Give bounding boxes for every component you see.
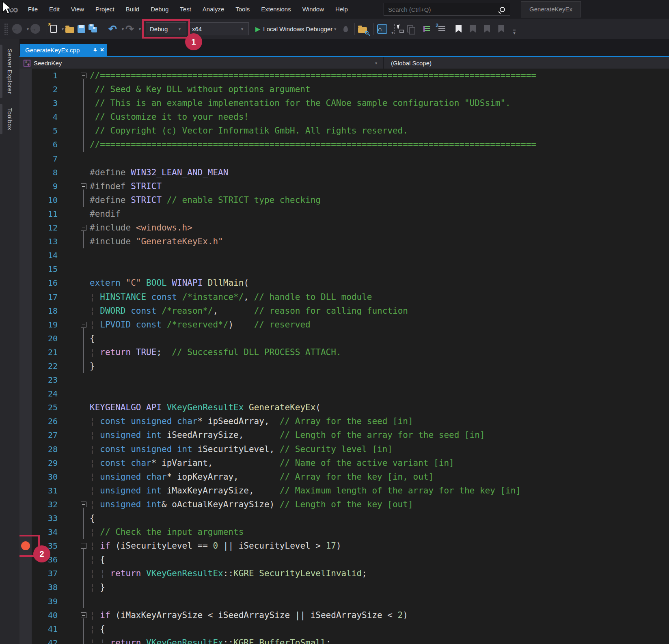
breakpoint-margin[interactable] (19, 304, 32, 318)
breakpoint-margin[interactable] (19, 110, 32, 124)
toolbar-overflow-icon[interactable]: ▾ (513, 30, 516, 35)
code-text[interactable]: ¦ } (90, 580, 105, 594)
code-text[interactable]: // Copyright (c) Vector Informatik GmbH.… (90, 124, 408, 138)
code-text[interactable]: { (90, 511, 95, 525)
pin-icon[interactable] (93, 47, 98, 53)
breakpoint-margin[interactable] (19, 636, 32, 644)
toolbar-grip-icon[interactable] (4, 23, 8, 34)
breakpoint-margin[interactable] (19, 553, 32, 566)
breakpoint-margin[interactable] (19, 207, 32, 221)
menu-item-extensions[interactable]: Extensions (255, 0, 296, 19)
code-text[interactable]: ¦ unsigned int iMaxKeyArraySize, // Maxi… (90, 484, 521, 498)
home-icon[interactable]: ⌂ (377, 24, 387, 34)
toggle-bookmark-icon[interactable] (455, 25, 462, 33)
search-box[interactable] (384, 3, 510, 16)
undo-dropdown-icon[interactable]: ▾ (122, 27, 124, 31)
menu-item-analyze[interactable]: Analyze (197, 0, 230, 19)
breakpoint-margin[interactable] (19, 152, 32, 166)
breakpoint-margin[interactable] (19, 345, 32, 359)
breakpoint-margin[interactable] (19, 179, 32, 193)
menu-item-view[interactable]: View (65, 0, 90, 19)
collapse-icon[interactable] (81, 502, 86, 507)
breakpoint-margin[interactable] (19, 456, 32, 470)
project-type-dropdown[interactable]: SeednKey ▾ (19, 57, 384, 69)
collapse-icon[interactable] (81, 183, 86, 189)
breakpoint-margin[interactable]: 2 (19, 539, 32, 553)
code-text[interactable]: ¦ { (90, 622, 105, 636)
breakpoint-margin[interactable] (19, 96, 32, 110)
undo-icon[interactable]: ↶ (108, 24, 117, 34)
breakpoint-margin[interactable] (19, 124, 32, 138)
start-debugging-button[interactable]: ▶ Local Windows Debugger ▾ (255, 25, 338, 33)
breakpoint-margin[interactable] (19, 442, 32, 456)
breakpoint-margin[interactable] (19, 580, 32, 594)
breakpoint-margin[interactable] (19, 290, 32, 304)
menu-item-window[interactable]: Window (297, 0, 330, 19)
breakpoint-margin[interactable] (19, 262, 32, 276)
collapse-icon[interactable] (81, 612, 86, 618)
breakpoint-margin[interactable] (19, 69, 32, 82)
code-text[interactable]: KEYGENALGO_API VKeyGenResultEx GenerateK… (90, 401, 321, 414)
format-document-icon[interactable]: 2 (438, 26, 445, 32)
code-text[interactable]: //======================================… (90, 69, 536, 82)
breakpoint-margin[interactable] (19, 332, 32, 345)
hot-reload-icon[interactable] (343, 26, 348, 32)
previous-bookmark-icon[interactable] (470, 25, 476, 33)
code-text[interactable]: ¦ ¦ return VKeyGenResultEx::KGRE_BufferT… (90, 636, 331, 644)
menu-item-test[interactable]: Test (174, 0, 197, 19)
open-file-icon[interactable] (65, 27, 74, 33)
home-dropdown-icon[interactable]: ▾ (391, 30, 393, 35)
code-text[interactable]: // Customize it to your needs! (90, 110, 249, 124)
breakpoint-margin[interactable] (19, 359, 32, 373)
breakpoint-margin[interactable] (19, 318, 32, 332)
code-text[interactable]: #ifndef STRICT (90, 179, 162, 193)
code-text[interactable]: ¦ LPVOID const /*reserved*/) // reserved (90, 318, 311, 332)
navigate-forward-icon[interactable]: → (30, 24, 40, 34)
breakpoint-margin[interactable] (19, 193, 32, 207)
collapse-icon[interactable] (81, 322, 86, 327)
clear-bookmarks-icon[interactable] (498, 25, 504, 33)
breakpoint-margin[interactable] (19, 138, 32, 151)
code-text[interactable]: extern "C" BOOL WINAPI DllMain( (90, 276, 249, 290)
code-text[interactable]: ¦ if (iMaxKeyArraySize < iSeedArraySize … (90, 608, 408, 622)
breakpoint-margin[interactable] (19, 622, 32, 636)
find-in-files-icon[interactable] (358, 27, 367, 33)
code-text[interactable]: ¦ unsigned int& oActualKeyArraySize) // … (90, 498, 413, 511)
solution-platform-dropdown[interactable]: x64 ▾ (188, 22, 249, 35)
breakpoint-margin[interactable] (19, 525, 32, 539)
breakpoint-margin[interactable] (19, 484, 32, 498)
save-icon[interactable] (78, 25, 85, 33)
breakpoint-margin[interactable] (19, 594, 32, 608)
breakpoint-margin[interactable] (19, 235, 32, 248)
breakpoint-margin[interactable] (19, 511, 32, 525)
redo-icon[interactable]: ↷ (125, 24, 134, 34)
code-editor[interactable]: 1//=====================================… (19, 69, 669, 644)
breakpoint-margin[interactable] (19, 414, 32, 428)
breakpoint-margin[interactable] (19, 166, 32, 179)
navigate-back-icon[interactable]: ← (12, 24, 22, 34)
code-text[interactable]: ¦ // Check the input arguments (90, 525, 244, 539)
collapse-icon[interactable] (81, 225, 86, 230)
breakpoint-margin[interactable] (19, 401, 32, 414)
new-file-icon[interactable]: * (50, 25, 57, 33)
menu-item-build[interactable]: Build (120, 0, 145, 19)
code-text[interactable]: #include <windows.h> (90, 221, 192, 235)
code-text[interactable]: { (90, 332, 95, 345)
new-file-dropdown-icon[interactable]: ▾ (62, 27, 64, 31)
breakpoint-margin[interactable] (19, 221, 32, 235)
code-text[interactable]: ¦ return TRUE; // Successful DLL_PROCESS… (90, 345, 341, 359)
menu-item-file[interactable]: File (22, 0, 43, 19)
code-text[interactable]: ¦ unsigned int iSeedArraySize, // Length… (90, 428, 485, 442)
solution-configuration-dropdown[interactable]: Debug ▾ 1 (146, 22, 186, 35)
code-text[interactable]: ¦ const unsigned int iSecurityLevel, // … (90, 442, 393, 456)
code-text[interactable]: ¦ DWORD const /*reason*/, // reason for … (90, 304, 408, 318)
code-text[interactable]: //======================================… (90, 138, 536, 151)
collapse-icon[interactable] (81, 543, 86, 549)
solution-name-badge[interactable]: GenerateKeyEx (521, 1, 581, 17)
code-text[interactable]: // Seed & Key DLL without options argume… (90, 82, 311, 96)
box-selection-icon[interactable] (394, 24, 404, 34)
code-text[interactable]: ¦ if (iSecurityLevel == 0 || iSecurityLe… (90, 539, 341, 553)
code-text[interactable]: ¦ unsigned char* iopKeyArray, // Array f… (90, 470, 434, 484)
search-input[interactable] (384, 6, 500, 13)
close-icon[interactable]: × (100, 47, 104, 53)
